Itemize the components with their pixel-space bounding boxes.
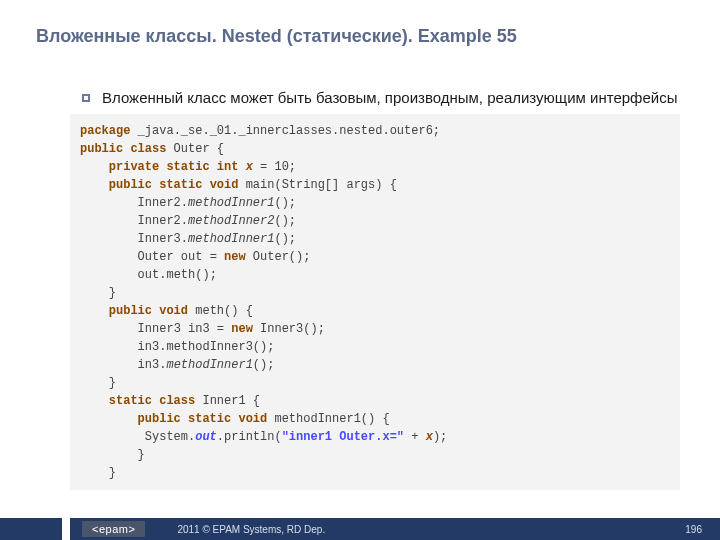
bullet-item: Вложенный класс может быть базовым, прои… [82, 88, 680, 108]
bullet-text: Вложенный класс может быть базовым, прои… [102, 88, 677, 108]
copyright-text: 2011 © EPAM Systems, RD Dep. [177, 524, 325, 535]
bullet-marker [82, 94, 90, 102]
footer-gap [62, 518, 70, 540]
epam-logo: <epam> [82, 521, 145, 537]
slide-body: Вложенный класс может быть базовым, прои… [82, 88, 680, 490]
slide-title: Вложенные классы. Nested (статические). … [36, 26, 517, 47]
footer-bar: <epam> 2011 © EPAM Systems, RD Dep. 196 [0, 518, 720, 540]
code-block: package _java._se._01._innerclasses.nest… [70, 114, 680, 490]
page-number: 196 [685, 524, 702, 535]
